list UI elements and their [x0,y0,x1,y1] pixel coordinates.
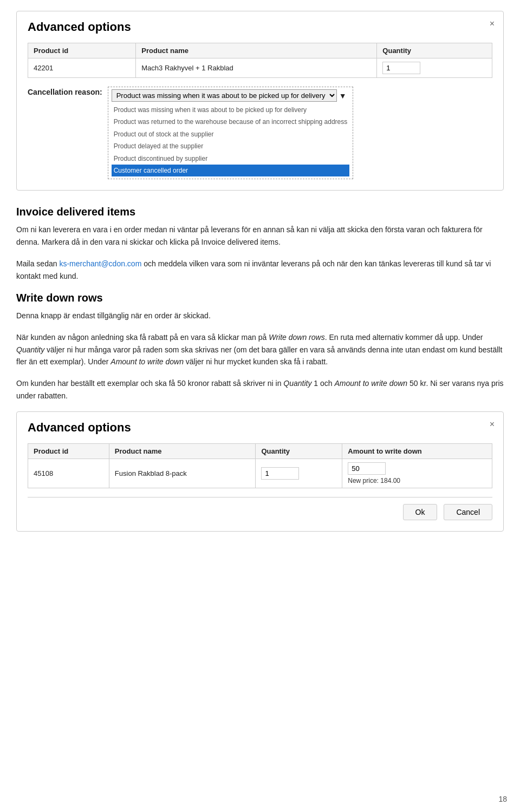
advanced-options-dialog-1: Advanced options × Product id Product na… [16,11,504,191]
table-row: 45108 Fusion Rakblad 8-pack New price: 1… [28,459,492,488]
cancellation-select-row: Product was missing when it was about to… [112,89,350,102]
writedown-italic2: Quantity [16,345,44,354]
writedown-italic4: Quantity [283,379,311,388]
dialog1-close-icon[interactable]: × [490,19,495,29]
writedown-text3-prefix: Om kunden har beställt ett exemplar och … [16,379,283,388]
list-item[interactable]: Product discontinued by supplier [112,153,350,165]
writedown-text2-end: väljer ni hur mycket kunden ska få i rab… [184,357,328,366]
col-amount-write-down: Amount to write down [342,444,492,459]
col-product-name-2: Product name [109,444,256,459]
amount-input[interactable] [348,462,386,475]
writedown-text2-suffix: . En ruta med alternativ kommer då upp. … [325,333,483,342]
list-item[interactable]: Product was missing when it was about to… [112,104,350,116]
cell-product-id: 42201 [28,58,136,78]
writedown-italic3: Amount to write down [110,357,184,366]
writedown-text3-middle: 1 och [311,379,334,388]
dialog1-product-table: Product id Product name Quantity 42201 M… [28,43,492,78]
invoice-paragraph2: Maila sedan ks-merchant@cdon.com och med… [16,258,504,282]
quantity-input-2[interactable] [261,467,299,480]
cell-amount: New price: 184.00 [342,459,492,488]
table-row: 42201 Mach3 Rakhyvel + 1 Rakblad [28,58,492,78]
dialog2-title: Advanced options [28,421,492,435]
cancellation-label: Cancellation reason: [28,87,102,96]
cell-product-name-2: Fusion Rakblad 8-pack [109,459,256,488]
cancellation-select[interactable]: Product was missing when it was about to… [112,89,337,102]
invoice-text2-prefix: Maila sedan [16,259,59,268]
advanced-options-dialog-2: Advanced options × Product id Product na… [16,411,504,532]
cancellation-dropdown-area: Product was missing when it was about to… [108,87,354,179]
dialog2-close-icon[interactable]: × [490,420,495,429]
list-item-selected[interactable]: Customer cancelled order [112,165,350,176]
list-item[interactable]: Product out of stock at the supplier [112,128,350,140]
invoice-section: Invoice delivered items Om ni kan levere… [16,206,504,282]
dialog2-footer: Ok Cancel [28,497,492,520]
writedown-italic1: Write down rows [269,333,324,342]
col-product-name: Product name [136,43,377,58]
list-item[interactable]: Product delayed at the supplier [112,140,350,152]
dropdown-arrow-icon: ▼ [339,91,347,100]
cell-product-id-2: 45108 [28,459,109,488]
quantity-input-1[interactable] [382,62,420,74]
cancel-button[interactable]: Cancel [444,504,492,520]
col-product-id: Product id [28,43,136,58]
invoice-paragraph1: Om ni kan leverera en vara i en order me… [16,224,504,248]
writedown-paragraph2: När kunden av någon anledning ska få rab… [16,331,504,368]
writedown-section: Write down rows Denna knapp är endast ti… [16,292,504,402]
new-price-text: New price: 184.00 [348,477,486,484]
cancellation-list: Product was missing when it was about to… [112,104,350,176]
cell-quantity [377,58,492,78]
table-header-row: Product id Product name Quantity [28,43,492,58]
writedown-paragraph3: Om kunden har beställt ett exemplar och … [16,377,504,402]
cell-product-name: Mach3 Rakhyvel + 1 Rakblad [136,58,377,78]
col-quantity-2: Quantity [256,444,342,459]
writedown-text2-prefix: När kunden av någon anledning ska få rab… [16,333,269,342]
writedown-italic5: Amount to write down [335,379,408,388]
writedown-paragraph1: Denna knapp är endast tillgänglig när en… [16,310,504,322]
ok-button[interactable]: Ok [403,504,438,520]
col-quantity: Quantity [377,43,492,58]
table-header-row: Product id Product name Quantity Amount … [28,444,492,459]
dialog2-product-table: Product id Product name Quantity Amount … [28,443,492,488]
invoice-heading: Invoice delivered items [16,206,504,218]
list-item[interactable]: Product was returned to the warehouse be… [112,116,350,128]
invoice-text1: Om ni kan leverera en vara i en order me… [16,225,483,246]
col-product-id-2: Product id [28,444,109,459]
writedown-text1: Denna knapp är endast tillgänglig när en… [16,311,211,320]
dialog1-title: Advanced options [28,20,492,34]
email-link[interactable]: ks-merchant@cdon.com [59,259,141,268]
cancellation-reason-row: Cancellation reason: Product was missing… [28,87,492,179]
writedown-heading: Write down rows [16,292,504,304]
cell-quantity-2 [256,459,342,488]
